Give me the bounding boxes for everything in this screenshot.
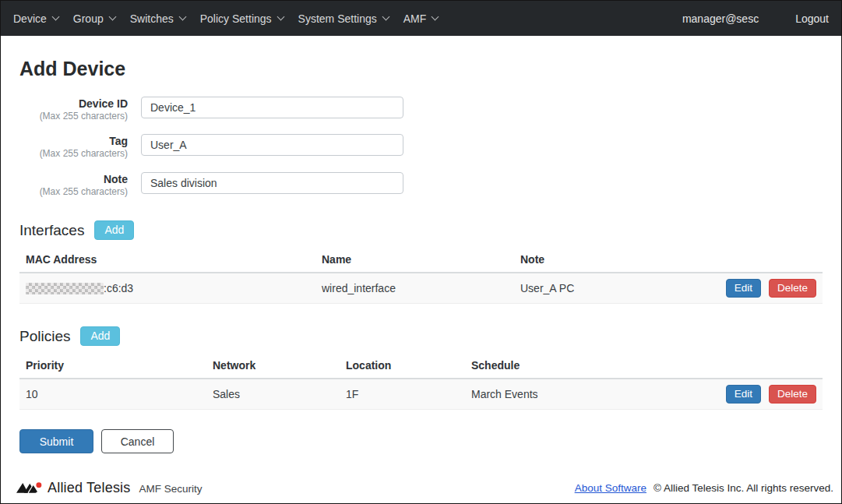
add-device-page: Device Group Switches Policy Settings Sy…: [0, 0, 842, 504]
product-name: AMF Security: [139, 481, 203, 495]
col-actions: [720, 249, 823, 273]
nav-switches[interactable]: Switches: [130, 12, 185, 25]
interface-actions-cell: Edit Delete: [720, 273, 823, 304]
allied-telesis-logo-icon: [16, 481, 42, 495]
device-id-group: Device ID (Max 255 characters): [19, 97, 823, 122]
col-location: Location: [340, 355, 465, 379]
device-id-hint: (Max 255 characters): [19, 111, 128, 123]
note-hint: (Max 255 characters): [19, 186, 128, 199]
note-group: Note (Max 255 characters): [19, 172, 823, 198]
interface-row: :c6:d3 wired_interface User_A PC Edit De…: [19, 273, 823, 304]
device-id-label: Device ID: [19, 97, 128, 111]
policy-schedule-cell: March Events: [465, 379, 720, 410]
nav-policy-settings[interactable]: Policy Settings: [200, 12, 284, 25]
note-input[interactable]: [141, 172, 403, 194]
policy-priority-cell: 10: [19, 379, 206, 410]
cancel-button[interactable]: Cancel: [101, 429, 174, 453]
nav-policy-settings-label: Policy Settings: [200, 12, 272, 25]
nav-device-label: Device: [13, 12, 47, 25]
nav-group-label: Group: [73, 12, 104, 25]
chevron-down-icon: [178, 13, 186, 21]
col-mac-address: MAC Address: [19, 249, 315, 273]
chevron-down-icon: [108, 13, 116, 21]
main-content: Add Device Device ID (Max 255 characters…: [1, 58, 841, 453]
chevron-down-icon: [277, 13, 284, 21]
policies-table: Priority Network Location Schedule 10 Sa…: [19, 355, 823, 410]
nav-switches-label: Switches: [130, 12, 174, 25]
policies-title: Policies: [19, 328, 70, 345]
tag-input[interactable]: [141, 134, 403, 156]
logout-link[interactable]: Logout: [795, 12, 829, 25]
policies-header-row: Priority Network Location Schedule: [19, 355, 823, 379]
interfaces-header-row: MAC Address Name Note: [19, 249, 823, 273]
policy-delete-button[interactable]: Delete: [769, 385, 816, 404]
tag-label-col: Tag (Max 255 characters): [19, 134, 128, 160]
tag-hint: (Max 255 characters): [19, 148, 128, 160]
copyright-text: © Allied Telesis Inc. All rights reserve…: [654, 482, 833, 494]
policy-edit-button[interactable]: Edit: [726, 385, 761, 404]
interfaces-title: Interfaces: [19, 222, 84, 239]
policy-network-cell: Sales: [206, 379, 340, 410]
chevron-down-icon: [51, 13, 59, 21]
note-label: Note: [19, 173, 128, 186]
page-title: Add Device: [19, 58, 823, 80]
nav-amf-label: AMF: [403, 12, 427, 25]
interfaces-section-header: Interfaces Add: [19, 220, 823, 240]
redacted-mac-prefix: [26, 283, 104, 294]
footer-right: About Software © Allied Telesis Inc. All…: [575, 482, 833, 494]
policies-section-header: Policies Add: [19, 326, 823, 346]
nav-group[interactable]: Group: [73, 12, 115, 25]
col-name: Name: [315, 249, 514, 273]
about-software-link[interactable]: About Software: [575, 482, 646, 494]
interface-edit-button[interactable]: Edit: [726, 279, 761, 298]
nav-system-settings[interactable]: System Settings: [298, 12, 389, 25]
col-network: Network: [206, 355, 340, 379]
note-label-col: Note (Max 255 characters): [19, 172, 128, 198]
tag-label: Tag: [19, 135, 128, 148]
col-schedule: Schedule: [465, 355, 720, 379]
col-actions: [720, 355, 823, 379]
logged-in-user: manager@sesc: [682, 12, 759, 25]
mac-suffix: :c6:d3: [104, 282, 133, 294]
nav-system-settings-label: System Settings: [298, 12, 377, 25]
policy-row: 10 Sales 1F March Events Edit Delete: [19, 379, 823, 410]
tag-group: Tag (Max 255 characters): [19, 134, 823, 160]
navbar-right: manager@sesc Logout: [682, 12, 829, 25]
interface-note-cell: User_A PC: [514, 273, 720, 304]
interfaces-table: MAC Address Name Note :c6:d3 wired_inter…: [19, 249, 823, 304]
device-id-label-col: Device ID (Max 255 characters): [19, 97, 128, 122]
nav-amf[interactable]: AMF: [403, 12, 439, 25]
interface-mac-cell: :c6:d3: [19, 273, 315, 304]
nav-device[interactable]: Device: [13, 12, 58, 25]
top-navbar: Device Group Switches Policy Settings Sy…: [1, 1, 841, 36]
col-note: Note: [514, 249, 720, 273]
interfaces-add-button[interactable]: Add: [94, 220, 134, 240]
chevron-down-icon: [432, 13, 439, 21]
policy-location-cell: 1F: [340, 379, 465, 410]
form-actions: Submit Cancel: [19, 429, 823, 453]
brand-name: Allied Telesis: [48, 480, 131, 496]
policy-actions-cell: Edit Delete: [720, 379, 823, 410]
policies-add-button[interactable]: Add: [80, 326, 120, 346]
interface-delete-button[interactable]: Delete: [769, 279, 816, 298]
footer: Allied Telesis AMF Security About Softwa…: [1, 477, 841, 503]
col-priority: Priority: [19, 355, 206, 379]
brand: Allied Telesis AMF Security: [16, 480, 203, 496]
submit-button[interactable]: Submit: [19, 429, 93, 453]
chevron-down-icon: [382, 13, 389, 21]
device-id-input[interactable]: [141, 97, 403, 118]
interface-name-cell: wired_interface: [315, 273, 514, 304]
